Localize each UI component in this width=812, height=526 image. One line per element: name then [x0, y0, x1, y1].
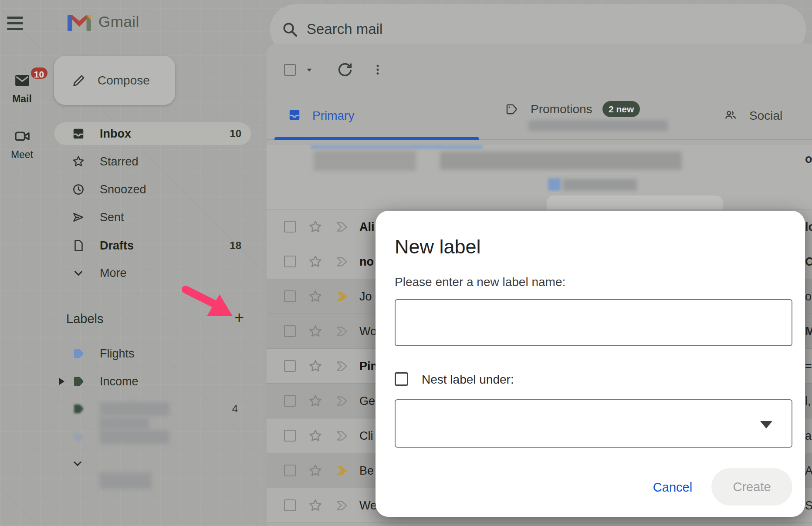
nest-label-text: Nest label under:	[422, 373, 514, 387]
star-icon[interactable]	[308, 498, 323, 513]
sidebar-item-snoozed[interactable]: Snoozed	[54, 178, 251, 201]
list-toolbar	[267, 44, 812, 101]
label-tag-icon	[72, 347, 85, 360]
label-name: Income	[100, 375, 139, 388]
label-tag-icon	[72, 375, 85, 388]
tab-social-label: Social	[749, 109, 782, 123]
row-checkbox[interactable]	[284, 256, 296, 267]
label-name: Flights	[100, 347, 135, 361]
importance-marker-icon[interactable]	[336, 361, 348, 371]
star-icon[interactable]	[308, 324, 323, 339]
social-people-icon	[724, 108, 737, 121]
rail-item-mail[interactable]: 10 Mail	[0, 72, 44, 105]
importance-marker-icon[interactable]	[336, 326, 348, 337]
importance-marker-icon[interactable]	[336, 500, 348, 511]
importance-marker-icon[interactable]	[336, 431, 348, 441]
row-checkbox[interactable]	[284, 325, 296, 337]
tab-primary-label: Primary	[312, 109, 354, 123]
parent-label-select[interactable]	[395, 399, 792, 448]
sidebar-item-count: 10	[230, 128, 241, 140]
star-icon[interactable]	[308, 428, 323, 443]
importance-marker-icon[interactable]	[336, 222, 348, 232]
row-fragment: l,	[805, 384, 811, 418]
sender-name: Pin	[359, 349, 378, 384]
row-fragment: =	[805, 349, 812, 384]
row-checkbox[interactable]	[284, 499, 296, 511]
star-icon[interactable]	[308, 289, 323, 304]
row-checkbox[interactable]	[284, 221, 296, 233]
cancel-button[interactable]: Cancel	[642, 478, 703, 497]
label-expander-icon[interactable]	[59, 378, 64, 385]
mail-row-blurred[interactable]: om	[267, 145, 812, 209]
tab-promotions-label: Promotions	[531, 102, 592, 116]
star-icon[interactable]	[308, 219, 323, 234]
sidebar-item-drafts[interactable]: Drafts 18	[54, 234, 251, 257]
blurred-hover-card	[547, 196, 723, 209]
rail-mail-label: Mail	[0, 93, 44, 105]
sidebar-item-label: Snoozed	[100, 183, 241, 196]
mail-unread-badge: 10	[30, 66, 49, 80]
add-label-button[interactable]: +	[231, 310, 247, 326]
sender-name: Ge	[359, 384, 375, 418]
pencil-icon	[71, 73, 86, 88]
row-checkbox[interactable]	[284, 430, 296, 442]
nest-label-checkbox[interactable]	[395, 372, 408, 386]
sidebar-item-starred[interactable]: Starred	[54, 150, 251, 173]
sidebar-item-label: More	[100, 266, 241, 280]
row-checkbox[interactable]	[284, 360, 296, 372]
row-checkbox[interactable]	[284, 290, 296, 302]
sidebar-item-more[interactable]: More	[54, 262, 251, 284]
app-rail: 10 Mail Meet	[0, 0, 44, 526]
tab-social[interactable]: Social	[715, 101, 812, 140]
importance-marker-icon[interactable]	[336, 256, 348, 267]
gmail-logo-icon	[68, 12, 91, 31]
labels-collapse-chevron-icon[interactable]	[71, 457, 84, 470]
blurred-preview-text	[528, 120, 668, 131]
select-dropdown-caret-icon[interactable]	[304, 64, 315, 75]
sidebar-item-label: Sent	[100, 211, 241, 224]
sidebar-label-income[interactable]: Income	[54, 370, 251, 393]
importance-marker-icon[interactable]	[336, 465, 348, 476]
compose-label: Compose	[98, 74, 150, 88]
dialog-title: New label	[395, 236, 481, 258]
blurred-label-text	[100, 402, 169, 416]
blurred-selection-bar	[311, 145, 483, 149]
star-icon[interactable]	[308, 359, 323, 374]
search-input[interactable]: Search mail	[307, 21, 382, 37]
chevron-down-icon	[72, 266, 85, 280]
tab-primary[interactable]: Primary	[267, 101, 479, 140]
sender-name: We	[359, 488, 377, 523]
star-icon[interactable]	[308, 254, 323, 269]
rail-item-meet[interactable]: Meet	[0, 128, 44, 161]
send-icon	[72, 211, 85, 224]
inbox-icon	[72, 127, 85, 140]
refresh-icon[interactable]	[336, 61, 354, 78]
sidebar-label-blurred[interactable]: 4	[54, 398, 251, 420]
compose-button[interactable]: Compose	[54, 56, 175, 105]
sidebar-label-flights[interactable]: Flights	[54, 342, 251, 365]
sender-name: Ali	[359, 209, 375, 244]
star-icon[interactable]	[308, 394, 323, 408]
star-icon[interactable]	[308, 463, 323, 478]
row-checkbox[interactable]	[284, 465, 296, 476]
label-name-input[interactable]	[395, 299, 792, 346]
sidebar-item-inbox[interactable]: Inbox 10	[54, 122, 251, 145]
row-fragment: A	[805, 453, 812, 488]
draft-icon	[72, 239, 85, 252]
create-button[interactable]: Create	[711, 468, 792, 506]
dialog-prompt: Please enter a new label name:	[395, 275, 565, 289]
sidebar-item-label: Drafts	[100, 239, 230, 253]
sidebar-label-blurred[interactable]	[54, 426, 251, 448]
promotions-new-badge: 2 new	[602, 101, 640, 117]
labels-header: Labels	[66, 312, 103, 326]
sidebar-item-sent[interactable]: Sent	[54, 206, 251, 229]
importance-marker-icon[interactable]	[336, 291, 348, 302]
select-all-checkbox[interactable]	[284, 64, 296, 76]
importance-marker-icon[interactable]	[336, 396, 348, 406]
row-checkbox[interactable]	[284, 395, 296, 407]
gmail-screen: Gmail Search mail 10 Mail Meet	[0, 0, 812, 526]
tab-promotions[interactable]: Promotions 2 new	[497, 101, 694, 140]
sidebar-item-label: Starred	[100, 155, 241, 169]
primary-inbox-icon	[288, 108, 301, 121]
more-options-kebab-icon[interactable]	[371, 60, 384, 79]
